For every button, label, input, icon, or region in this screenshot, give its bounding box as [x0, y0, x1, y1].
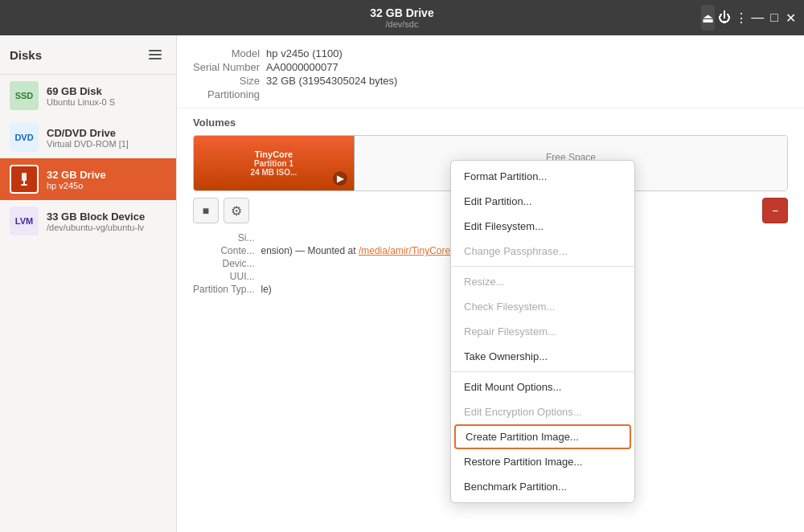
menu-item-benchmark[interactable]: Benchmark Partition... — [451, 474, 634, 499]
size-label: Size — [193, 74, 266, 88]
sidebar-menu-button[interactable] — [144, 43, 166, 66]
sidebar: Disks SSD 69 GB Disk Ubuntu Linux-0 S DV… — [0, 35, 177, 532]
stop-button[interactable]: ■ — [193, 198, 219, 223]
sidebar-item-69gb[interactable]: SSD 69 GB Disk Ubuntu Linux-0 S — [0, 75, 176, 117]
vol-content-value: ension) — Mounted at /media/amir/TinyCor… — [260, 244, 457, 257]
disk-info-row-serial: Serial Number AA0000000077 — [193, 60, 404, 74]
content-area: Model hp v245o (1100) Serial Number AA00… — [177, 35, 804, 532]
hamburger-icon — [149, 50, 162, 51]
menu-item-restore-image[interactable]: Restore Partition Image... — [451, 449, 634, 474]
sidebar-item-sub: Virtual DVD-ROM [1] — [47, 139, 129, 149]
menu-item-repair-filesystem: Repair Filesystem... — [451, 319, 634, 344]
titlebar-center: 32 GB Drive /dev/sdc — [103, 6, 701, 29]
svg-rect-2 — [21, 184, 27, 186]
svg-rect-0 — [22, 173, 27, 181]
main-layout: Disks SSD 69 GB Disk Ubuntu Linux-0 S DV… — [0, 35, 804, 532]
menu-item-create-image[interactable]: Create Partition Image... — [454, 424, 631, 449]
vol-detail-row-uuid: UUI... — [193, 270, 457, 283]
model-label: Model — [193, 47, 266, 60]
sidebar-item-info: 33 GB Block Device /dev/ubuntu-vg/ubuntu… — [47, 211, 145, 232]
maximize-button[interactable]: □ — [768, 5, 781, 31]
partitioning-label: Partitioning — [193, 88, 266, 101]
sidebar-item-sub: Ubuntu Linux-0 S — [47, 97, 115, 107]
titlebar-right: ⏏ ⏻ ⋮ — □ ✕ — [701, 5, 798, 31]
sidebar-item-name: 69 GB Disk — [47, 85, 115, 97]
power-button[interactable]: ⏻ — [718, 5, 732, 31]
usb-disk-icon — [10, 165, 39, 194]
menu-item-edit-filesystem[interactable]: Edit Filesystem... — [451, 214, 634, 239]
partitioning-value — [266, 88, 404, 101]
remove-button[interactable]: − — [762, 198, 788, 223]
eject-button[interactable]: ⏏ — [701, 5, 715, 31]
serial-label: Serial Number — [193, 60, 266, 74]
partition-block[interactable]: TinyCore Partition 1 24 MB ISO... ▶ — [194, 136, 355, 190]
sidebar-item-name: 33 GB Block Device — [47, 211, 145, 223]
vol-detail-row-content: Conte... ension) — Mounted at /media/ami… — [193, 244, 457, 257]
vol-size-value — [260, 231, 457, 244]
vol-size-label: Si... — [193, 231, 260, 244]
vol-uuid-value — [260, 270, 457, 283]
titlebar: 32 GB Drive /dev/sdc ⏏ ⏻ ⋮ — □ ✕ — [0, 0, 804, 35]
vol-detail-row-size: Si... — [193, 231, 457, 244]
sidebar-item-33gb[interactable]: LVM 33 GB Block Device /dev/ubuntu-vg/ub… — [0, 200, 176, 242]
dvd-disk-icon: DVD — [10, 123, 39, 152]
hamburger-icon — [149, 54, 162, 55]
menu-item-change-passphrase: Change Passphrase... — [451, 239, 634, 264]
menu-item-format[interactable]: Format Partition... — [451, 164, 634, 189]
close-button[interactable]: ✕ — [784, 5, 798, 31]
titlebar-subtitle: /dev/sdc — [386, 19, 419, 29]
sidebar-item-dvd[interactable]: DVD CD/DVD Drive Virtual DVD-ROM [1] — [0, 117, 176, 158]
partition-sub2: 24 MB ISO... — [251, 168, 297, 177]
play-icon: ▶ — [333, 171, 347, 186]
menu-item-edit-encryption: Edit Encryption Options... — [451, 399, 634, 424]
volumes-label: Volumes — [193, 117, 788, 129]
sidebar-header: Disks — [0, 35, 176, 75]
settings-button[interactable]: ⚙ — [224, 198, 249, 223]
usb-icon — [16, 171, 32, 187]
vol-detail-row-device: Devic... — [193, 257, 457, 270]
mount-path-link[interactable]: /media/amir/TinyCore — [359, 245, 450, 256]
menu-item-edit-mount[interactable]: Edit Mount Options... — [451, 374, 634, 399]
menu-item-check-filesystem: Check Filesystem... — [451, 294, 634, 319]
lvm-disk-icon: LVM — [10, 207, 39, 235]
menu-item-edit-partition[interactable]: Edit Partition... — [451, 189, 634, 214]
sidebar-item-sub: /dev/ubuntu-vg/ubuntu-lv — [47, 223, 145, 232]
serial-value: AA0000000077 — [266, 60, 404, 74]
context-menu: Format Partition...Edit Partition...Edit… — [450, 160, 635, 503]
disk-info-section: Model hp v245o (1100) Serial Number AA00… — [177, 35, 804, 108]
sidebar-item-sub: hp v245o — [47, 181, 106, 190]
sidebar-item-info: CD/DVD Drive Virtual DVD-ROM [1] — [47, 127, 129, 149]
menu-item-resize: Resize... — [451, 269, 634, 294]
sidebar-item-info: 69 GB Disk Ubuntu Linux-0 S — [47, 85, 115, 107]
model-value: hp v245o (1100) — [266, 47, 404, 60]
titlebar-menu-button[interactable]: ⋮ — [734, 5, 748, 31]
size-value: 32 GB (31954305024 bytes) — [266, 74, 404, 88]
sidebar-item-32gb[interactable]: 32 GB Drive hp v245o — [0, 158, 176, 200]
hamburger-icon — [149, 58, 162, 59]
vol-device-value — [260, 257, 457, 270]
sidebar-title: Disks — [10, 48, 42, 62]
vol-details-table: Si... Conte... ension) — Mounted at /med… — [193, 231, 457, 296]
menu-separator — [451, 266, 634, 267]
titlebar-title: 32 GB Drive — [370, 6, 433, 19]
disk-info-row-size: Size 32 GB (31954305024 bytes) — [193, 74, 404, 88]
disk-info-row-model: Model hp v245o (1100) — [193, 47, 404, 60]
menu-item-take-ownership[interactable]: Take Ownership... — [451, 344, 634, 369]
partition-name: TinyCore — [255, 149, 293, 159]
partition-sub1: Partition 1 — [254, 159, 293, 168]
minimize-button[interactable]: — — [751, 5, 765, 31]
sidebar-item-info: 32 GB Drive hp v245o — [47, 169, 106, 190]
disk-info-table: Model hp v245o (1100) Serial Number AA00… — [193, 47, 404, 101]
vol-detail-row-parttype: Partition Typ... le) — [193, 283, 457, 296]
sidebar-item-name: CD/DVD Drive — [47, 127, 129, 139]
vol-uuid-label: UUI... — [193, 270, 260, 283]
ssd-disk-icon: SSD — [10, 81, 39, 110]
menu-separator — [451, 371, 634, 372]
vol-content-label: Conte... — [193, 244, 260, 257]
vol-parttype-value: le) — [260, 283, 457, 296]
sidebar-item-name: 32 GB Drive — [47, 169, 106, 181]
vol-device-label: Devic... — [193, 257, 260, 270]
vol-parttype-label: Partition Typ... — [193, 283, 260, 296]
disk-info-row-partitioning: Partitioning — [193, 88, 404, 101]
mounted-text: ension) — Mounted at — [260, 245, 355, 256]
